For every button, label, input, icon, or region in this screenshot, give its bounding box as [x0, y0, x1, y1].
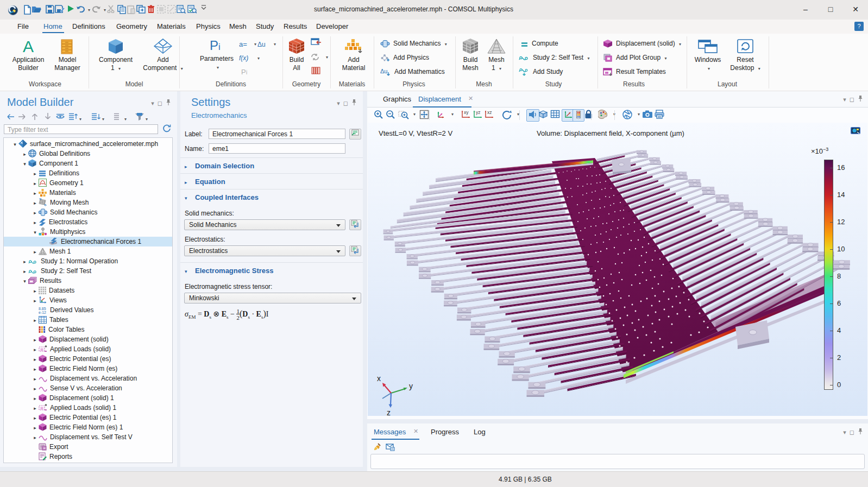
svg-text:A: A	[23, 38, 34, 54]
svg-text:yz: yz	[476, 110, 481, 115]
svg-text:i: i	[246, 69, 247, 75]
svg-text:xy: xy	[464, 110, 469, 115]
svg-text:x: x	[377, 374, 381, 383]
svg-text:xz: xz	[487, 110, 492, 115]
svg-text:y: y	[409, 382, 413, 390]
svg-text:Δu: Δu	[257, 41, 266, 48]
svg-text:P: P	[210, 38, 218, 53]
svg-text:8.85: 8.85	[39, 307, 46, 311]
svg-text:P: P	[241, 68, 246, 76]
svg-text:z: z	[387, 408, 391, 416]
svg-text:a=: a=	[239, 41, 247, 48]
svg-text:e-12: e-12	[39, 311, 46, 314]
svg-text:i: i	[218, 42, 221, 52]
svg-text:f(x): f(x)	[239, 54, 248, 62]
svg-text:Δu: Δu	[380, 68, 387, 74]
